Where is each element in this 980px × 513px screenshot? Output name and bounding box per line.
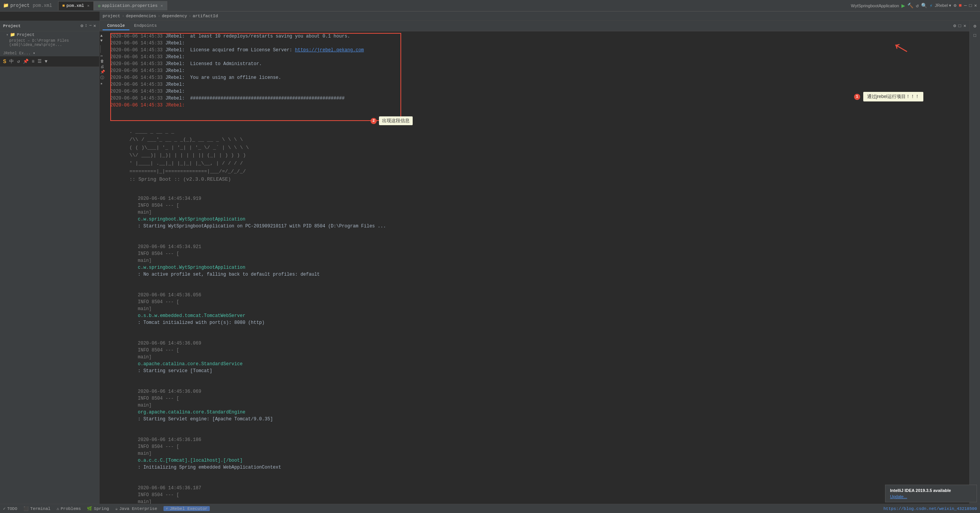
log-line-11: 2020-06-06 14:45:33 JRebel: [110, 102, 966, 109]
console-content: 2020-06-06 14:45:33 JRebel: at least 10 … [110, 33, 966, 513]
jrebel-executor-item[interactable]: ⚡ JRebel Executor [163, 506, 210, 511]
properties-icon: ⚙ [98, 3, 101, 8]
star-icon[interactable]: ★ [100, 81, 105, 86]
search-icon[interactable]: 🔍 [921, 3, 927, 9]
tree-project-root[interactable]: ▾ 📁 Project [0, 31, 99, 38]
log-line-3: 2020-06-06 14:45:33 JRebel: License acqu… [110, 47, 966, 54]
spring-icon: 🌿 [87, 506, 92, 511]
tree-project-path-label: project – D:\Program Files (x86)\idea_ne… [9, 39, 96, 47]
sidebar-close-icon[interactable]: ✕ [93, 23, 96, 29]
sidebar-expand-icon[interactable]: ↕ [85, 23, 87, 29]
stop-button[interactable]: ■ [959, 3, 962, 8]
log-line-9: 2020-06-06 14:45:33 JRebel: [110, 88, 966, 95]
jrebel-s-icon[interactable]: S [3, 59, 6, 65]
terminal-item[interactable]: ⬛ Terminal [23, 506, 51, 511]
close-tab-properties[interactable]: ✕ [161, 3, 163, 8]
sidebar-title: Project [3, 24, 21, 28]
reload-icon[interactable]: ↺ [916, 3, 919, 9]
app-log-4: 2020-06-06 14:45:36.069 INFO 8504 --- [ … [110, 333, 966, 381]
annotation-2-text: 出现这段信息 [379, 116, 413, 125]
right-icon-2[interactable]: □ [972, 32, 977, 39]
annotation-1-badge: 1 [854, 94, 860, 100]
jrebel-sync-icon[interactable]: ↺ [17, 59, 20, 64]
tab-pom-xml[interactable]: ■ pom.xml ✕ [58, 1, 94, 10]
console-output[interactable]: ▲ ▼ ⇔ 🗑 🖨 📌 ⓘ ★ 2020-06-06 14:45:33 JReb… [100, 31, 969, 513]
right-icons-bar: ⚙ □ [969, 21, 980, 513]
scroll-up-icon[interactable]: ▲ [100, 34, 105, 38]
project-name-label: 📁 project pom.xml [3, 3, 52, 8]
problems-icon: ⚠ [57, 506, 59, 511]
jrebel-icon[interactable]: ⚡ [929, 3, 933, 9]
url-label[interactable]: https://blog.csdn.net/weixin_43218500 [884, 506, 977, 511]
spring-item[interactable]: 🌿 Spring [87, 506, 109, 511]
sidebar-collapse-icon[interactable]: − [89, 23, 92, 29]
left-sidebar: Project ⚙ ↕ − ✕ ▾ 📁 Project project – D:… [0, 21, 100, 513]
close-tab-pom[interactable]: ✕ [87, 3, 90, 8]
jrebel-zh-icon[interactable]: 中 [9, 58, 14, 65]
top-bar: 📁 project pom.xml ■ pom.xml ✕ ⚙ applicat… [0, 0, 980, 11]
log-line-1: 2020-06-06 14:45:33 JRebel: at least 10 … [110, 33, 966, 40]
annotation-1-container: 1 通过jrebel运行项目！！！ [854, 92, 923, 101]
jrebel-list-icon[interactable]: ☰ [38, 59, 42, 64]
java-enterprise-item[interactable]: ☕ Java Enterprise [115, 506, 157, 511]
jrebel-filter-icon[interactable]: ▼ [45, 59, 47, 64]
todo-item[interactable]: ✓ TODO [3, 506, 17, 511]
jrebel-toolbar: S 中 ↺ 📌 ≡ ☰ ▼ [0, 56, 99, 67]
app-log-3: 2020-06-06 14:45:36.056 INFO 8504 --- [ … [110, 285, 966, 333]
scroll-down-icon[interactable]: ▼ [100, 39, 105, 43]
tab-console[interactable]: Console [103, 22, 129, 30]
log-line-8: 2020-06-06 14:45:33 JRebel: [110, 81, 966, 88]
log-line-2: 2020-06-06 14:45:33 JRebel: [110, 40, 966, 47]
clear-icon[interactable]: 🗑 [100, 59, 105, 64]
console-left-actions: ▲ ▼ ⇔ 🗑 🖨 📌 ⓘ ★ [100, 33, 106, 87]
info-icon[interactable]: ⓘ [100, 75, 105, 80]
ascii-line-3: ( ( )\___| '_ | '_| | '_ \/ _` | \ \ \ \ [129, 144, 966, 152]
wyt-app-label: WytSpringbootApplication [851, 3, 899, 8]
build-icon[interactable]: 🔨 [907, 3, 913, 9]
console-close-icon[interactable]: ✕ [964, 23, 966, 29]
notification-title: IntelliJ IDEA 2019.3.5 available [890, 488, 972, 493]
sidebar-settings-icon[interactable]: ⚙ [80, 23, 83, 29]
annotation-2-container: 2 出现这段信息 [371, 116, 413, 125]
console-settings-icon[interactable]: ⚙ [953, 23, 956, 29]
notification-link[interactable]: Update... [890, 494, 972, 499]
console-container: Console Endpoints ⚙ □ ✕ ▲ ▼ ⇔ 🗑 🖨 📌 [100, 21, 969, 513]
tab-application-properties[interactable]: ⚙ application.properties ✕ [94, 1, 167, 10]
tree-project-path[interactable]: project – D:\Program Files (x86)\idea_ne… [0, 38, 99, 48]
pin-icon[interactable]: 📌 [100, 70, 105, 74]
app-log-5: 2020-06-06 14:45:36.069 INFO 8504 --- [ … [110, 381, 966, 430]
console-expand-icon[interactable]: □ [959, 23, 961, 29]
breadcrumb: project › dependencies › dependency › ar… [100, 11, 980, 21]
maximize-icon[interactable]: □ [969, 3, 972, 8]
log-line-10: 2020-06-06 14:45:33 JRebel: ############… [110, 95, 966, 102]
bottom-bar: ✓ TODO ⬛ Terminal ⚠ Problems 🌿 Spring ☕ … [0, 504, 980, 513]
settings-icon[interactable]: ⚙ [954, 3, 956, 8]
ascii-line-6: =========|_|==============|___/=/_/_/_/ [129, 168, 966, 176]
annotation-1-text: 通过jrebel运行项目！！！ [863, 92, 923, 101]
jrebel-exec-icon: ⚡ [166, 506, 168, 511]
console-tab-bar: Console Endpoints ⚙ □ ✕ [100, 21, 969, 31]
minimize-icon[interactable]: — [964, 3, 967, 8]
main-layout: Project ⚙ ↕ − ✕ ▾ 📁 Project project – D:… [0, 21, 980, 513]
sep1: › [122, 14, 124, 18]
app-log-1: 2020-06-06 14:45:34.919 INFO 8504 --- [ … [110, 188, 966, 237]
ascii-line-1: . ____ _ __ _ _ [129, 128, 966, 136]
run-button[interactable]: ▶ [902, 2, 905, 10]
project-folder-icon: 📁 [10, 32, 15, 37]
jrebel-scroll-icon[interactable]: ≡ [32, 59, 34, 64]
wrap-icon[interactable]: ⇔ [100, 54, 105, 58]
tab-endpoints[interactable]: Endpoints [129, 22, 161, 30]
tree-project-label: Project [17, 33, 34, 37]
jrebel-section-label: JRebel Ex... ▾ [0, 48, 99, 56]
print-icon[interactable]: 🖨 [100, 64, 105, 69]
ascii-line-5: ' |____| .__|_| |_|_| |_\__, | / / / / [129, 160, 966, 168]
ascii-line-4: \\/ ___)| |_)| | | | | || (_| | ) ) ) ) [129, 152, 966, 160]
close-window-icon[interactable]: ✕ [974, 3, 977, 8]
jrebel-label[interactable]: JRebel ▾ [935, 3, 951, 8]
right-icon-1[interactable]: ⚙ [972, 22, 977, 30]
sidebar-icon-group: ⚙ ↕ − ✕ [80, 23, 96, 29]
bottom-right: https://blog.csdn.net/weixin_43218500 [884, 506, 977, 511]
jrebel-pin-icon[interactable]: 📌 [23, 59, 29, 64]
problems-item[interactable]: ⚠ Problems [57, 506, 81, 511]
ascii-line-7: :: Spring Boot :: (v2.3.0.RELEASE) [129, 176, 966, 184]
